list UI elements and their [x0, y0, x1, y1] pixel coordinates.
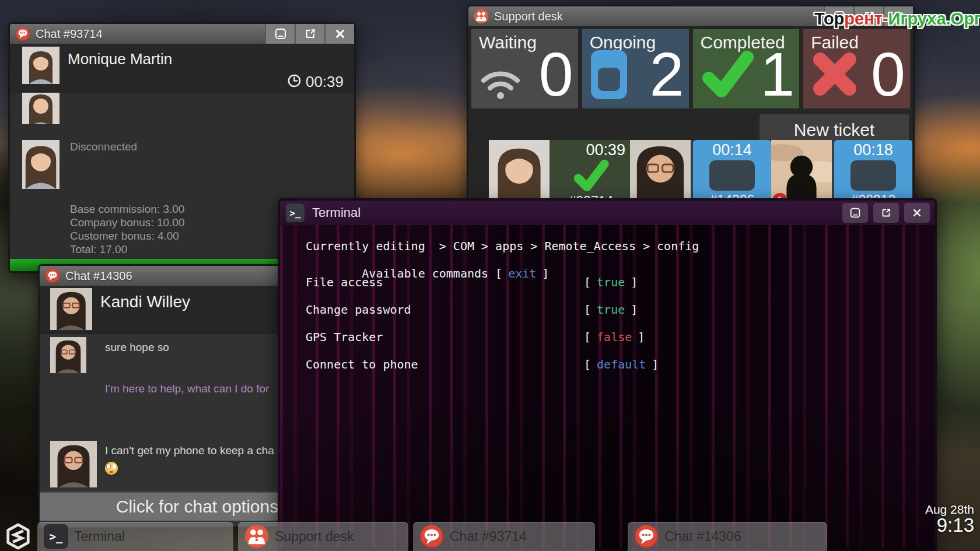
chat-message: I can't get my phone to keep a cha [105, 444, 274, 457]
window-support-desk: Support desk Waiting 0 [467, 5, 915, 213]
bracket: ] [631, 275, 638, 289]
avatar [50, 337, 86, 373]
maximize-button[interactable] [873, 203, 899, 223]
taskbar-label: Chat #93714 [450, 529, 527, 545]
close-button[interactable] [324, 24, 354, 44]
chat-93714-titlebar[interactable]: Chat #93714 [10, 24, 354, 45]
summary-line: Company bonus: 10.00 [70, 216, 184, 229]
chat-bubble-icon [419, 524, 444, 549]
stat-value: 0 [539, 43, 573, 105]
taskbar-item-chat-14306[interactable]: Chat #14306 [628, 522, 827, 551]
watermark-segment: Тор [814, 9, 844, 28]
bracket: [ [584, 330, 591, 344]
option-value: true [597, 303, 625, 317]
bracket: [ [584, 275, 591, 289]
screen-icon [709, 160, 755, 191]
support-desk-icon [474, 9, 489, 24]
option-value: false [597, 330, 632, 344]
support-desk-title: Support desk [494, 10, 563, 23]
summary-line: Total: 17.00 [70, 243, 184, 256]
terminal-content[interactable]: Currently editing > COM > apps > Remote_… [280, 225, 935, 548]
taskbar-item-support-desk[interactable]: Support desk [238, 522, 408, 551]
taskbar-label: Terminal [74, 529, 125, 545]
window-terminal: >_ Terminal Currently editing > COM > ap… [278, 198, 937, 551]
watermark-segment: рент- [844, 9, 888, 28]
site-watermark: Торрент-Игруха.Орг [814, 9, 980, 29]
stat-failed[interactable]: Failed 0 [803, 29, 910, 108]
flushed-face-emoji [105, 462, 118, 475]
ticket-timer: 00:18 [853, 141, 893, 159]
bracket: [ [584, 303, 591, 317]
terminal-icon: >_ [44, 524, 68, 549]
check-icon [572, 159, 610, 192]
chat-message: sure hope so [105, 341, 169, 354]
chat-message-agent: I'm here to help, what can I do for [105, 382, 269, 395]
minimize-button[interactable] [265, 24, 295, 44]
new-ticket-label: New ticket [794, 120, 874, 140]
option-value: true [597, 275, 625, 289]
maximize-button[interactable] [295, 24, 324, 44]
bracket: ] [652, 357, 659, 371]
cross-icon [811, 50, 859, 100]
support-desk-icon [244, 524, 269, 549]
ticket-timer: 00:39 [586, 141, 630, 159]
chat-bubble-icon [15, 26, 30, 41]
taskbar-item-terminal[interactable]: >_ Terminal [37, 522, 233, 551]
terminal-icon: >_ [286, 203, 304, 222]
timer-value: 00:39 [306, 73, 344, 91]
check-icon [701, 50, 754, 100]
customer-name: Kandi Willey [100, 293, 190, 311]
taskbar-label: Support desk [275, 529, 354, 545]
chat-bubble-icon [45, 268, 60, 283]
clock-icon [288, 74, 301, 90]
avatar [22, 140, 60, 189]
summary-line: Customer bonus: 4.00 [70, 229, 184, 243]
avatar [50, 288, 92, 330]
stat-waiting[interactable]: Waiting 0 [471, 29, 578, 108]
stat-label: Failed [811, 33, 859, 52]
terminal-option-connect-to-phone-value[interactable]: [default] [584, 357, 659, 371]
bracket: ] [638, 330, 645, 344]
chat-93714-title: Chat #93714 [36, 27, 103, 41]
stat-ongoing[interactable]: Ongoing 2 [582, 29, 689, 108]
avatar [22, 93, 60, 124]
system-clock: Aug 28th 9:13 [925, 503, 974, 534]
avatar [22, 47, 60, 84]
close-button[interactable] [904, 203, 930, 223]
terminal-option-change-password-value[interactable]: [true] [584, 303, 638, 317]
ticket-stats: Waiting 0 Ongoing 2 Completed 1 [471, 29, 910, 108]
stat-completed[interactable]: Completed 1 [693, 29, 800, 108]
terminal-option-gps-tracker-value[interactable]: [false] [584, 330, 645, 344]
chat-timer: 00:39 [288, 73, 344, 91]
game-desktop: Chat #93714 Monique Martin 00:39 [0, 0, 980, 551]
taskbar-item-chat-93714[interactable]: Chat #93714 [413, 522, 595, 551]
chat-bubble-icon [634, 524, 659, 549]
status-message: Disconnected [70, 141, 137, 153]
stat-value: 2 [650, 43, 684, 105]
watermark-segment: Игруха.Орг [888, 9, 980, 28]
minimize-button[interactable] [842, 203, 868, 223]
ticket-timer: 00:14 [712, 141, 752, 159]
taskbar-label: Chat #14306 [664, 529, 741, 545]
summary-line: Base commission: 3.00 [70, 202, 184, 216]
screen-icon [590, 49, 628, 103]
start-logo-icon[interactable] [5, 523, 32, 549]
chat-14306-title: Chat #14306 [65, 269, 132, 283]
terminal-title: Terminal [312, 205, 360, 220]
customer-name: Monique Martin [68, 50, 172, 68]
terminal-titlebar[interactable]: >_ Terminal [280, 201, 935, 225]
bracket: [ [584, 357, 591, 371]
stat-label: Waiting [479, 33, 537, 52]
terminal-breadcrumb: Currently editing > COM > apps > Remote_… [306, 239, 923, 253]
terminal-option-file-access-value[interactable]: [true] [584, 275, 638, 289]
avatar [50, 441, 97, 487]
chat-options-label: Click for chat options [116, 497, 278, 517]
screen-icon [850, 160, 896, 191]
bracket: ] [631, 303, 638, 317]
wifi-icon [479, 66, 522, 103]
stat-value: 0 [871, 43, 905, 105]
option-value: default [597, 357, 646, 371]
clock-time: 9:13 [925, 517, 974, 534]
commission-summary: Base commission: 3.00 Company bonus: 10.… [70, 202, 184, 256]
stat-value: 1 [760, 43, 794, 105]
